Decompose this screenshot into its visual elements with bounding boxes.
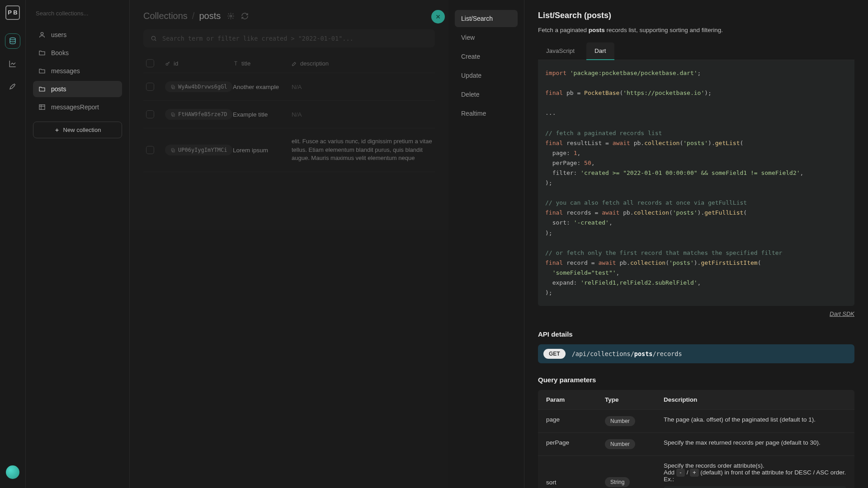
http-method-badge: GET [543,349,566,359]
nav-collections-icon[interactable] [5,33,20,49]
sidebar-item-users[interactable]: users [33,27,122,43]
id-pill[interactable]: WyAw4bDrvws6gGl [165,81,232,92]
row-checkbox[interactable] [146,110,154,118]
breadcrumb-root[interactable]: Collections [143,11,188,21]
cell-description: N/A [292,111,432,118]
svg-rect-6 [171,85,174,88]
param-name: perPage [538,433,597,456]
select-all-checkbox[interactable] [146,59,154,67]
api-nav-item-view[interactable]: View [455,29,518,46]
cell-description: N/A [292,84,432,90]
sidebar-item-label: Books [51,49,69,56]
svg-point-3 [230,15,232,17]
tab-javascript[interactable]: JavaScript [538,42,583,60]
filter-bar[interactable]: Search term or filter like created > "20… [143,29,435,47]
type-badge: Number [605,439,635,449]
param-desc: Specify the records order attribute(s). … [656,456,854,488]
id-pill[interactable]: FtHAW9feB5rze7D [165,109,232,120]
query-params-heading: Query parameters [538,376,854,384]
text-icon [233,61,239,66]
api-endpoint: GET /api/collections/posts/records [538,344,854,363]
table-header: id title description [143,54,435,73]
table-row[interactable]: UP06yIygImYTMCi Lorem ipsum Lorem ipsum … [143,128,435,172]
svg-point-1 [41,33,43,35]
table-row[interactable]: FtHAW9feB5rze7D Example title N/A [143,101,435,128]
type-badge: String [605,477,630,487]
api-nav-item-delete[interactable]: Delete [455,86,518,103]
api-nav-item-create[interactable]: Create [455,48,518,65]
sidebar-item-label: messages [51,67,80,75]
sidebar-item-posts[interactable]: posts [33,81,122,97]
param-name: page [538,410,597,433]
param-name: sort [538,456,597,488]
svg-point-4 [151,36,155,40]
param-row: sort String Specify the records order at… [538,456,854,488]
api-nav-item-realtime[interactable]: Realtime [455,105,518,122]
svg-point-5 [166,63,168,65]
param-row: perPage Number Specify the max returned … [538,433,854,456]
cell-title: Another example [233,84,292,90]
detail-title: List/Search (posts) [538,11,854,20]
param-row: page Number The page (aka. offset) of th… [538,410,854,433]
new-collection-button[interactable]: New collection [33,122,122,138]
tab-dart[interactable]: Dart [586,42,614,60]
api-details-heading: API details [538,330,854,338]
api-nav-item-list-search[interactable]: List/Search [455,10,518,27]
search-icon [151,35,157,42]
cell-title: Lorem ipsum [233,147,292,154]
api-nav: List/SearchViewCreateUpdateDeleteRealtim… [448,0,524,488]
gear-icon[interactable] [227,12,235,20]
row-checkbox[interactable] [146,83,154,91]
nav-logs-icon[interactable] [5,56,20,71]
edit-icon [292,61,297,66]
sidebar-item-books[interactable]: Books [33,45,122,61]
new-collection-label: New collection [63,127,101,133]
type-badge: Number [605,416,635,426]
table-row[interactable]: WyAw4bDrvws6gGl Another example N/A [143,73,435,101]
param-desc: Specify the max returned records per pag… [656,433,854,456]
filter-placeholder: Search term or filter like created > "20… [162,35,354,42]
cell-title: Example title [233,111,292,118]
svg-rect-8 [171,148,174,151]
sdk-link[interactable]: Dart SDK [830,310,854,317]
breadcrumb: Collections / posts [143,11,435,21]
sidebar-item-label: users [51,31,66,38]
svg-point-0 [10,38,15,40]
close-icon [435,14,441,20]
param-desc: The page (aka. offset) of the paginated … [656,410,854,433]
svg-rect-7 [171,113,174,115]
app-logo: P B [5,5,20,20]
params-table: Param Type Description page Number The p… [538,390,854,488]
api-nav-item-update[interactable]: Update [455,67,518,84]
key-icon [165,61,171,66]
id-pill[interactable]: UP06yIygImYTMCi [165,145,232,155]
cell-description: Lorem ipsum dolor sit amet Consectetur a… [292,136,432,164]
sidebar-item-messagesreport[interactable]: messagesReport [33,99,122,115]
detail-subtitle: Fetch a paginated posts records list, su… [538,27,854,33]
collections-search[interactable] [33,6,122,20]
nav-settings-icon[interactable] [5,79,20,94]
collections-search-input[interactable] [36,10,119,17]
sidebar-item-label: messagesReport [51,103,99,111]
code-tabs: JavaScript Dart [538,42,854,60]
code-example: import 'package:pocketbase/pocketbase.da… [538,60,854,306]
row-checkbox[interactable] [146,146,154,154]
svg-rect-2 [39,105,45,110]
refresh-icon[interactable] [241,12,249,20]
breadcrumb-current: posts [199,11,221,21]
sidebar-item-messages[interactable]: messages [33,63,122,79]
close-panel-button[interactable] [431,10,445,23]
sidebar-item-label: posts [51,85,66,93]
user-avatar[interactable] [6,465,19,479]
api-detail-panel: List/Search (posts) Fetch a paginated po… [524,0,868,488]
